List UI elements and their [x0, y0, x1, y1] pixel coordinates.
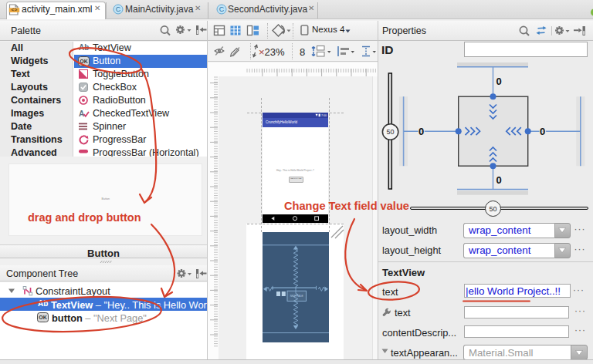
svg-text:0: 0	[540, 126, 545, 137]
svg-text:C: C	[116, 5, 121, 13]
svg-text:C: C	[219, 5, 225, 13]
svg-text:7:00: 7:00	[321, 114, 327, 117]
svg-text:<>: <>	[12, 7, 18, 12]
svg-text:0: 0	[496, 174, 502, 186]
svg-text:0: 0	[496, 76, 502, 87]
svg-text:A: A	[79, 110, 84, 118]
svg-text:50: 50	[387, 128, 395, 136]
svg-text:OK: OK	[39, 315, 47, 320]
svg-text:0: 0	[418, 126, 424, 137]
svg-text:OK: OK	[80, 59, 88, 64]
svg-text:NEXT PAGE: NEXT PAGE	[290, 295, 303, 298]
